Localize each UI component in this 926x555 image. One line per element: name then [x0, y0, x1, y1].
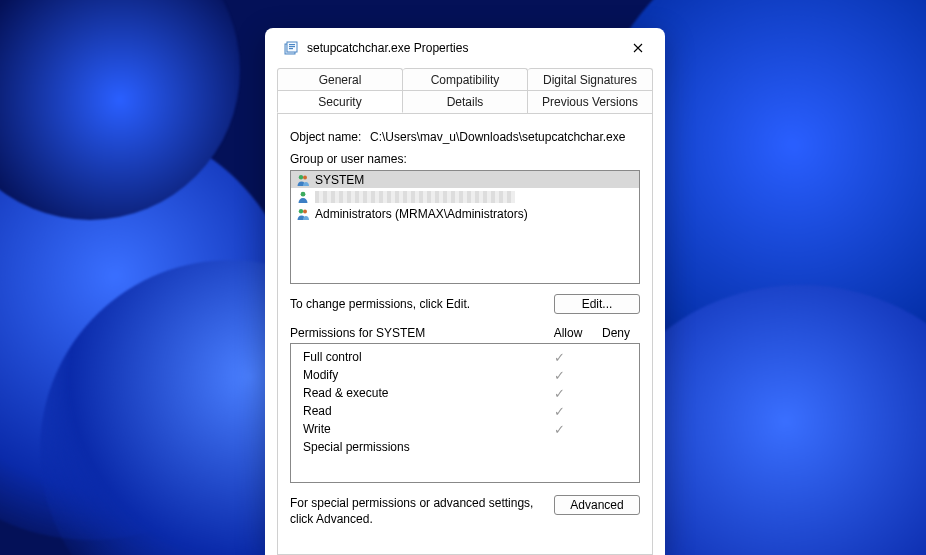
tab-compatibility[interactable]: Compatibility	[403, 68, 528, 90]
permission-allow-cell: ✓	[535, 350, 583, 365]
check-icon: ✓	[554, 404, 565, 419]
permission-allow-cell: ✓	[535, 368, 583, 383]
user-group-icon	[295, 172, 311, 188]
svg-rect-2	[289, 44, 295, 45]
user-group-icon	[295, 206, 311, 222]
user-list-item[interactable]	[291, 188, 639, 205]
permission-row[interactable]: Write✓	[299, 420, 631, 438]
permissions-header-allow: Allow	[544, 326, 592, 340]
user-listbox[interactable]: SYSTEMAdministrators (MRMAX\Administrato…	[290, 170, 640, 284]
tab-previous-versions[interactable]: Previous Versions	[528, 90, 653, 113]
svg-point-5	[299, 175, 303, 179]
user-list-item[interactable]: SYSTEM	[291, 171, 639, 188]
object-name-value: C:\Users\mav_u\Downloads\setupcatchchar.…	[370, 130, 640, 144]
group-user-label: Group or user names:	[290, 152, 640, 166]
permission-row[interactable]: Special permissions	[299, 438, 631, 456]
svg-point-8	[299, 209, 303, 213]
check-icon: ✓	[554, 350, 565, 365]
permission-name: Modify	[299, 368, 535, 382]
permission-allow-cell: ✓	[535, 386, 583, 401]
advanced-button[interactable]: Advanced	[554, 495, 640, 515]
user-name-text: SYSTEM	[315, 173, 364, 187]
edit-button[interactable]: Edit...	[554, 294, 640, 314]
tab-security[interactable]: Security	[277, 90, 403, 113]
check-icon: ✓	[554, 386, 565, 401]
svg-point-6	[303, 175, 307, 179]
check-icon: ✓	[554, 422, 565, 437]
svg-point-7	[301, 191, 306, 196]
tab-row-2: Security Details Previous Versions	[277, 90, 653, 114]
tab-content: Object name: C:\Users\mav_u\Downloads\se…	[277, 113, 653, 555]
tab-general[interactable]: General	[277, 68, 403, 90]
close-button[interactable]	[623, 33, 653, 63]
permission-row[interactable]: Read & execute✓	[299, 384, 631, 402]
svg-rect-4	[289, 48, 293, 49]
properties-dialog: setupcatchchar.exe Properties General Co…	[265, 28, 665, 555]
permissions-header-deny: Deny	[592, 326, 640, 340]
permission-row[interactable]: Modify✓	[299, 366, 631, 384]
permission-name: Write	[299, 422, 535, 436]
advanced-hint: For special permissions or advanced sett…	[290, 495, 554, 527]
svg-point-9	[303, 209, 307, 213]
edit-hint: To change permissions, click Edit.	[290, 297, 554, 311]
permissions-header-name: Permissions for SYSTEM	[290, 326, 544, 340]
tab-details[interactable]: Details	[403, 90, 528, 113]
permission-row[interactable]: Read✓	[299, 402, 631, 420]
object-name-label: Object name:	[290, 130, 370, 144]
check-icon: ✓	[554, 368, 565, 383]
app-icon	[283, 40, 299, 56]
tab-row-1: General Compatibility Digital Signatures	[277, 68, 653, 91]
permission-name: Read	[299, 404, 535, 418]
tab-digital-signatures[interactable]: Digital Signatures	[528, 68, 653, 90]
permissions-listbox[interactable]: Full control✓Modify✓Read & execute✓Read✓…	[290, 343, 640, 483]
permission-row[interactable]: Full control✓	[299, 348, 631, 366]
permission-name: Full control	[299, 350, 535, 364]
user-name-text: Administrators (MRMAX\Administrators)	[315, 207, 528, 221]
redacted-user-name	[315, 191, 515, 203]
window-title: setupcatchchar.exe Properties	[307, 41, 623, 55]
permission-name: Special permissions	[299, 440, 535, 454]
titlebar[interactable]: setupcatchchar.exe Properties	[265, 28, 665, 68]
single-user-icon	[295, 189, 311, 205]
permission-allow-cell: ✓	[535, 422, 583, 437]
svg-rect-3	[289, 46, 295, 47]
permission-name: Read & execute	[299, 386, 535, 400]
user-list-item[interactable]: Administrators (MRMAX\Administrators)	[291, 205, 639, 222]
permission-allow-cell: ✓	[535, 404, 583, 419]
